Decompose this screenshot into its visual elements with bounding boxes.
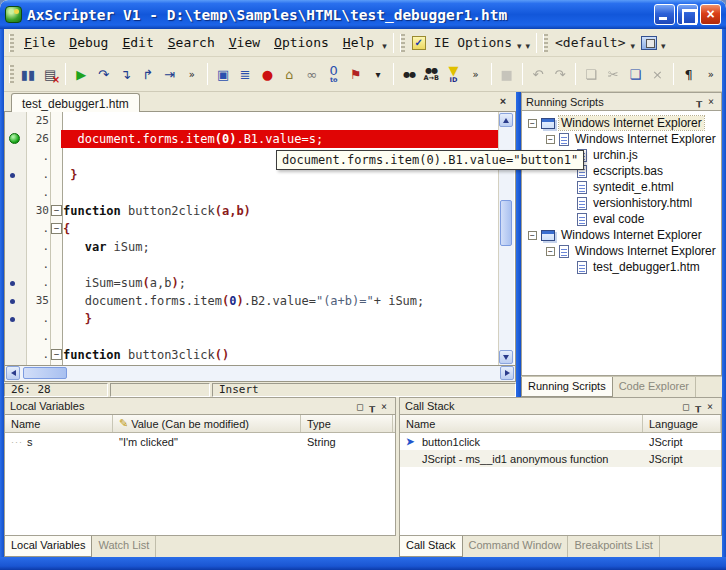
running-windows-icon[interactable]: ▣ xyxy=(212,63,234,85)
code-line[interactable]: 30−function button2click(a,b) xyxy=(5,202,516,220)
column-header-name[interactable]: Name xyxy=(400,415,643,432)
tree-expand-icon[interactable]: − xyxy=(546,247,555,256)
menu-edit[interactable]: Edit xyxy=(115,32,160,53)
column-header-type[interactable]: Type xyxy=(301,415,393,432)
tree-item[interactable]: −Windows Internet Explorer xyxy=(546,131,718,147)
tree-item[interactable]: eval code xyxy=(564,211,646,227)
tab-watch-list[interactable]: Watch List xyxy=(92,536,156,557)
tab-local-variables[interactable]: Local Variables xyxy=(4,536,92,557)
menu-search[interactable]: Search xyxy=(161,32,222,53)
code-line[interactable]: .−{ xyxy=(5,220,516,238)
step-over-icon[interactable]: ↷ xyxy=(92,63,114,85)
tree-expand-icon[interactable]: − xyxy=(528,119,537,128)
code-line[interactable]: . iSum=sum(a,b); xyxy=(5,274,516,292)
minimize-button[interactable] xyxy=(654,4,675,25)
editor-panel-splitter[interactable] xyxy=(516,92,521,397)
editor-horizontal-scrollbar[interactable] xyxy=(4,366,516,382)
maximize-button[interactable] xyxy=(677,4,698,25)
tab-code-explorer[interactable]: Code Explorer xyxy=(613,377,696,397)
tree-item[interactable]: versionhistory.html xyxy=(564,195,694,211)
tab-call-stack[interactable]: Call Stack xyxy=(399,536,463,557)
pin-icon[interactable]: ┰ xyxy=(692,401,704,412)
abort-script-icon[interactable]: ▤× xyxy=(39,63,61,85)
step-out-icon[interactable]: ↱ xyxy=(137,63,159,85)
float-panel-icon[interactable]: □ xyxy=(680,401,692,412)
find-icon[interactable]: ●● xyxy=(398,63,420,85)
menu-grip-handle[interactable] xyxy=(9,34,14,52)
tree-expand-icon[interactable]: − xyxy=(546,135,555,144)
scroll-down-button[interactable] xyxy=(499,350,513,364)
tree-item[interactable]: syntedit_e.html xyxy=(564,179,676,195)
table-row[interactable]: ➤button1clickJScript xyxy=(400,433,721,450)
watch-glasses-icon[interactable]: ∞ xyxy=(301,63,323,85)
fold-collapse-icon[interactable]: − xyxy=(51,349,62,360)
toolbar-grip-handle[interactable] xyxy=(9,65,14,83)
code-line[interactable]: . var iSum; xyxy=(5,238,516,256)
run-commands-chevron[interactable]: » xyxy=(181,63,203,85)
code-line[interactable]: . xyxy=(5,256,516,274)
code-line[interactable]: 25 xyxy=(5,112,516,130)
column-header-language[interactable]: Language xyxy=(643,415,721,432)
close-panel-icon[interactable]: × xyxy=(705,96,717,107)
menu-overflow-chevron[interactable]: ▾ xyxy=(381,35,390,51)
close-panel-icon[interactable]: × xyxy=(704,401,716,412)
tree-item[interactable]: −Windows Internet Explorer xyxy=(528,227,704,243)
scroll-right-button[interactable] xyxy=(500,366,514,380)
current-execution-line[interactable]: 26 document.forms.item(0).B1.value=s; xyxy=(5,130,516,148)
menu-grip-handle[interactable] xyxy=(400,34,405,52)
replace-icon[interactable]: ●●A→B xyxy=(420,63,442,85)
column-header-value-can-be-modified-[interactable]: ✎Value (Can be modified) xyxy=(113,415,301,432)
toggle-breakpoint-icon[interactable]: ● xyxy=(256,63,278,85)
tab-close-icon[interactable]: × xyxy=(496,95,510,109)
menu-grip-handle[interactable] xyxy=(543,34,548,52)
code-line[interactable]: . xyxy=(5,328,516,346)
tree-item[interactable]: −Windows Internet Explorer xyxy=(528,115,704,131)
fold-collapse-icon[interactable]: − xyxy=(51,223,62,234)
menu-options[interactable]: Options xyxy=(267,32,336,53)
close-panel-icon[interactable]: × xyxy=(378,401,390,412)
paste-icon[interactable]: ❏ xyxy=(624,63,646,85)
bookmark-dropdown-chevron[interactable]: ▾ xyxy=(367,63,389,85)
bookmark-icon[interactable]: ⚑ xyxy=(345,63,367,85)
goto-line-icon[interactable]: 0to xyxy=(323,63,345,85)
menu-ie-options[interactable]: IE Options xyxy=(430,32,516,53)
show-paragraph-icon[interactable]: ¶ xyxy=(678,63,700,85)
run-to-cursor-icon[interactable]: ⇥ xyxy=(159,63,181,85)
close-button[interactable]: × xyxy=(700,4,721,25)
fold-collapse-icon[interactable]: − xyxy=(51,205,62,216)
pin-icon[interactable]: ┰ xyxy=(366,401,378,412)
scroll-up-button[interactable] xyxy=(499,113,513,127)
browser-page-icon[interactable]: ⌂ xyxy=(278,63,300,85)
code-line[interactable]: . xyxy=(5,184,516,202)
code-line[interactable]: . } xyxy=(5,310,516,328)
toolbar-overflow-chevron[interactable]: ▾ xyxy=(525,35,534,51)
step-into-icon[interactable]: ↴ xyxy=(114,63,136,85)
local-variables-table[interactable]: Name✎Value (Can be modified)Type···s"I'm… xyxy=(4,415,396,536)
ie-options-dropdown-chevron[interactable]: ▾ xyxy=(516,35,525,51)
search-chevron[interactable]: » xyxy=(465,63,487,85)
menu-view[interactable]: View xyxy=(222,32,267,53)
profile-overflow-chevron[interactable]: ▾ xyxy=(660,35,669,51)
vertical-scroll-thumb[interactable] xyxy=(500,200,512,246)
breakpoint-pause-icon[interactable]: ▮▮ xyxy=(17,63,39,85)
table-row[interactable]: ···s"I'm clicked"String xyxy=(5,433,395,450)
edit-chevron[interactable]: » xyxy=(700,63,722,85)
menu-debug[interactable]: Debug xyxy=(62,32,115,53)
menu-help[interactable]: Help xyxy=(336,32,381,53)
scroll-left-button[interactable] xyxy=(6,366,20,380)
call-tree-icon[interactable]: ≣ xyxy=(234,63,256,85)
code-line[interactable]: 35 document.forms.item(0).B2.value="(a+b… xyxy=(5,292,516,310)
run-icon[interactable]: ▶ xyxy=(70,63,92,85)
tree-item[interactable]: −Windows Internet Explorer xyxy=(546,243,718,259)
tree-expand-icon[interactable]: − xyxy=(528,231,537,240)
tree-item[interactable]: test_debugger1.htm xyxy=(564,259,702,275)
pin-icon[interactable]: ┰ xyxy=(693,96,705,107)
float-panel-icon[interactable]: □ xyxy=(354,401,366,412)
save-profile-icon[interactable] xyxy=(641,36,657,50)
call-stack-table[interactable]: NameLanguage➤button1clickJScriptJScript … xyxy=(399,415,722,536)
profile-selector[interactable]: <default> xyxy=(551,32,629,53)
tab-test-debugger1[interactable]: test_debugger1.htm xyxy=(11,93,140,112)
profile-dropdown-chevron[interactable]: ▾ xyxy=(629,35,638,51)
tab-command-window[interactable]: Command Window xyxy=(463,536,569,557)
filter-id-icon[interactable]: ▼ID xyxy=(442,63,464,85)
